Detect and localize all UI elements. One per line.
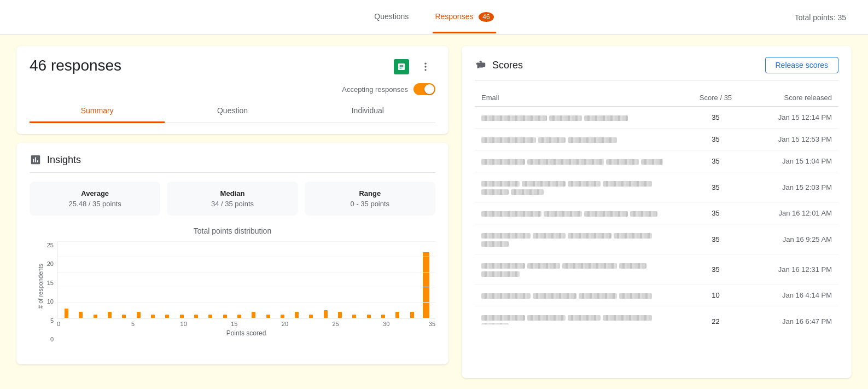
bar-group-15 [276,242,289,318]
stat-median: Median 34 / 35 points [167,182,298,216]
bar-group-6 [146,242,160,318]
score-cell: 35 [684,224,747,254]
bar-35 [423,252,429,318]
average-label: Average [38,189,152,198]
date-cell: Jan 16 12:31 PM [747,254,839,285]
table-row[interactable]: 22Jan 16 6:47 PM [475,306,838,325]
responses-badge: 46 [479,12,493,22]
spreadsheet-button[interactable] [392,57,411,77]
table-row[interactable]: 10Jan 16 4:14 PM [475,285,838,306]
table-row[interactable]: 35Jan 15 2:03 PM [475,172,838,202]
insights-icon [30,154,42,166]
col-score: Score / 35 [684,89,747,107]
email-cell [475,254,684,285]
bar-22 [381,315,385,318]
email-cell [475,224,684,254]
median-label: Median [176,189,289,198]
table-row[interactable]: 35Jan 15 12:53 PM [475,129,838,150]
bar-8 [180,315,184,318]
bar-4 [122,315,126,318]
bar-group-16 [290,242,304,318]
bar-0 [65,309,68,318]
table-row[interactable]: 35Jan 15 12:14 PM [475,107,838,129]
x-axis-labels: 0 5 10 15 20 25 30 35 [57,321,435,327]
bar-19 [338,312,342,318]
bar-group-10 [203,242,217,318]
scores-card: Scores Release scores Email Score / 35 S… [462,46,852,378]
scores-title-text: Scores [492,60,523,71]
left-panel: 46 responses [16,46,448,378]
email-cell [475,107,684,129]
main-content: 46 responses [0,35,868,389]
accepting-toggle[interactable] [413,83,435,95]
bar-group-20 [347,242,361,318]
gridline-5 [57,302,435,303]
table-header-row: Email Score / 35 Score released [475,89,838,107]
bar-group-13 [247,242,260,318]
bar-3 [108,312,112,318]
chart-bars [57,242,435,318]
scores-header: Scores Release scores [475,57,838,80]
stat-range: Range 0 - 35 points [305,182,435,216]
more-options-button[interactable] [416,57,435,77]
chart-container: # of respondents 25 20 15 10 5 0 [30,242,435,353]
email-cell [475,129,684,150]
table-row[interactable]: 35Jan 16 9:25 AM [475,224,838,254]
bar-14 [266,315,270,318]
date-cell: Jan 16 9:25 AM [747,224,839,254]
table-row[interactable]: 35Jan 15 1:04 PM [475,150,838,172]
gridline-10 [57,287,435,287]
toggle-knob [424,84,434,94]
table-row[interactable]: 35Jan 16 12:01 AM [475,202,838,224]
bar-11 [223,315,227,318]
bar-15 [281,315,284,318]
bar-20 [352,315,356,318]
x-axis-title: Points scored [57,329,435,337]
date-cell: Jan 15 1:04 PM [747,150,839,172]
bar-group-17 [304,242,318,318]
bar-group-5 [132,242,145,318]
bar-13 [252,312,255,318]
bar-21 [367,315,371,318]
score-cell: 35 [684,129,747,150]
bar-16 [295,312,299,318]
median-value: 34 / 35 points [176,200,289,208]
response-header-card: 46 responses [16,46,448,134]
stat-average: Average 25.48 / 35 points [30,182,160,216]
tab-questions[interactable]: Questions [372,1,411,33]
bar-group-0 [60,242,73,318]
table-row[interactable]: 35Jan 16 12:31 PM [475,254,838,285]
release-scores-button[interactable]: Release scores [765,57,839,73]
bar-1 [79,312,83,318]
score-cell: 10 [684,285,747,306]
date-cell: Jan 15 12:14 PM [747,107,839,129]
header-actions [392,57,435,77]
bar-7 [165,315,169,318]
insights-header: Insights [30,154,435,173]
bar-2 [94,315,97,318]
gridline-20 [57,257,435,257]
svg-point-1 [424,66,426,67]
chart-title: Total points distribution [30,227,435,235]
bar-group-2 [89,242,102,318]
date-cell: Jan 16 12:01 AM [747,202,839,224]
tab-summary[interactable]: Summary [30,100,165,123]
stats-row: Average 25.48 / 35 points Median 34 / 35… [30,182,435,216]
tab-question[interactable]: Question [165,100,300,123]
bar-group-18 [319,242,333,318]
gridline-25 [57,241,435,242]
bar-group-22 [376,242,390,318]
bar-group-7 [160,242,174,318]
bar-group-9 [189,242,203,318]
scores-table-wrapper[interactable]: Email Score / 35 Score released 35Jan 15… [475,89,838,324]
tab-individual[interactable]: Individual [300,100,435,123]
email-cell [475,172,684,202]
y-axis-labels: 25 20 15 10 5 0 [37,242,54,342]
email-cell [475,285,684,306]
date-cell: Jan 16 6:47 PM [747,306,839,325]
score-cell: 35 [684,107,747,129]
tab-responses[interactable]: Responses 46 [433,1,496,33]
col-released: Score released [747,89,839,107]
score-cell: 22 [684,306,747,325]
average-value: 25.48 / 35 points [38,200,152,208]
